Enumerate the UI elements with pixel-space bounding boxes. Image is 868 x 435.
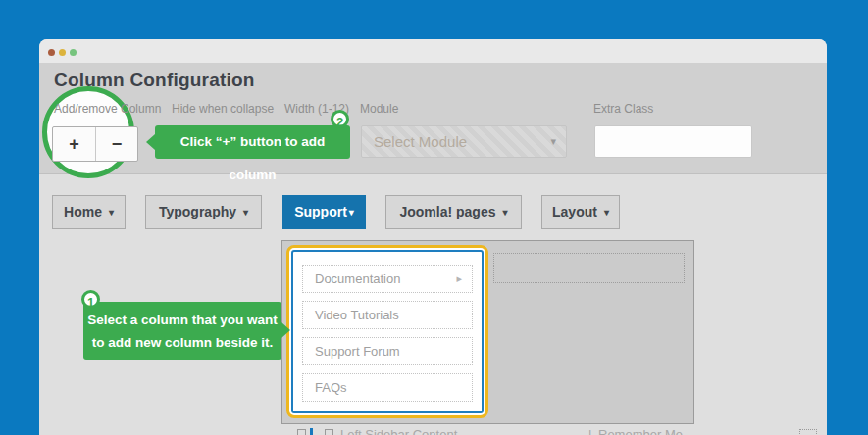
dropdown-item-faqs-label: FAQs	[315, 380, 347, 395]
step1-tooltip-line1: Select a column that you want	[83, 309, 281, 331]
menu-item-typography[interactable]: Typography▾	[145, 195, 262, 229]
layout-slot-icon	[799, 429, 817, 435]
layout-icon	[297, 429, 306, 435]
chevron-down-icon: ▾	[349, 207, 354, 218]
add-remove-column-group: + −	[52, 126, 138, 162]
step2-tooltip: Click “+” button to add column	[155, 125, 350, 159]
step1-tooltip-line2: to add new column beside it.	[83, 331, 281, 354]
module-position-slot	[493, 253, 685, 283]
chevron-down-icon: ▾	[243, 207, 248, 218]
clipped-right-text: Remember Me	[598, 427, 683, 435]
chevron-down-icon: ▾	[604, 207, 609, 218]
window-titlebar	[39, 39, 827, 63]
dropdown-item-video-tutorials-label: Video Tutorials	[315, 308, 399, 322]
module-label: Module	[360, 102, 398, 116]
menu-item-support[interactable]: Support▾	[282, 195, 366, 229]
submenu-arrow-icon: ▸	[456, 266, 462, 292]
menu-item-home-label: Home	[64, 204, 102, 219]
menu-item-layout-label: Layout	[552, 204, 597, 219]
menu-item-home[interactable]: Home▾	[52, 195, 126, 229]
clipped-divider: |	[588, 427, 591, 435]
layout-icon	[325, 429, 333, 435]
dropdown-item-documentation[interactable]: Documentation ▸	[302, 265, 473, 293]
hide-when-collapse-label: Hide when collapse	[172, 102, 274, 116]
tooltip-arrow-left	[146, 134, 155, 150]
page-background: Column Configuration Add/remove Column H…	[0, 0, 868, 435]
layout-column-icon	[310, 428, 313, 435]
support-dropdown-inner: Documentation ▸ Video Tutorials Support …	[291, 250, 484, 413]
dropdown-item-support-forum[interactable]: Support Forum	[302, 337, 473, 365]
menu-item-joomla-pages-label: Joomla! pages	[399, 204, 495, 219]
menu-item-support-label: Support	[294, 204, 347, 219]
remove-column-button[interactable]: −	[95, 127, 137, 161]
clipped-layout-row: Left Sidebar Content | Remember Me	[39, 427, 827, 435]
extra-class-label: Extra Class	[593, 102, 653, 116]
menu-item-layout[interactable]: Layout▾	[541, 195, 620, 229]
dropdown-item-documentation-label: Documentation	[315, 271, 400, 286]
dropdown-item-video-tutorials[interactable]: Video Tutorials	[302, 301, 473, 329]
chevron-down-icon: ▾	[109, 207, 114, 218]
step1-tooltip: Select a column that you want to add new…	[83, 302, 281, 360]
dropdown-item-faqs[interactable]: FAQs	[302, 373, 473, 402]
chevron-down-icon: ▾	[550, 126, 556, 157]
step1-badge: 1	[81, 290, 100, 309]
extra-class-input[interactable]	[594, 125, 752, 158]
tooltip-arrow-right	[281, 322, 290, 338]
maximize-window-icon[interactable]	[70, 49, 77, 56]
module-select[interactable]: Select Module ▾	[361, 125, 567, 158]
support-dropdown-menu: Documentation ▸ Video Tutorials Support …	[286, 245, 488, 418]
dropdown-item-support-forum-label: Support Forum	[315, 344, 400, 359]
configuration-window: Column Configuration Add/remove Column H…	[39, 39, 827, 435]
page-title: Column Configuration	[54, 70, 255, 91]
chevron-down-icon: ▾	[503, 207, 508, 218]
menu-item-typography-label: Typography	[159, 204, 236, 219]
close-window-icon[interactable]	[48, 49, 55, 56]
clipped-left-text: Left Sidebar Content	[340, 427, 457, 435]
minimize-window-icon[interactable]	[59, 49, 66, 56]
step2-badge: 2	[331, 110, 349, 128]
module-select-placeholder: Select Module	[374, 133, 467, 150]
add-column-button[interactable]: +	[53, 127, 95, 161]
add-remove-column-label: Add/remove Column	[54, 102, 161, 116]
menu-item-joomla-pages[interactable]: Joomla! pages▾	[385, 195, 522, 229]
